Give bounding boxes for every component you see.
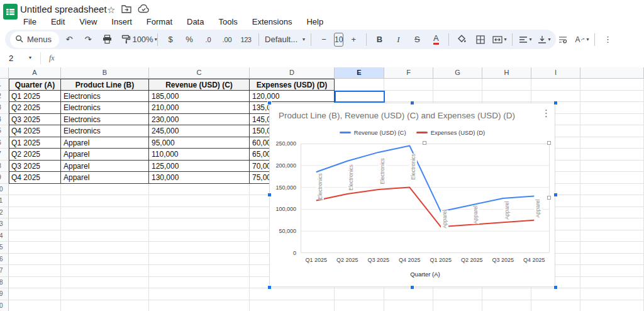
row-header-11[interactable]: 11	[0, 195, 9, 207]
chart-resize-handle[interactable]	[267, 193, 272, 197]
cell-C14[interactable]	[149, 230, 250, 242]
chart-resize-handle[interactable]	[410, 101, 414, 105]
menu-item-data[interactable]: Data	[182, 16, 208, 28]
cell-B14[interactable]	[61, 230, 149, 242]
row-header-20[interactable]: 20	[0, 300, 9, 311]
cell-A1[interactable]: Quarter (A)	[9, 79, 61, 91]
column-header-G[interactable]: G	[433, 67, 482, 79]
cell-D1[interactable]: Expenses (USD) (D)	[250, 79, 335, 91]
cell-A13[interactable]	[9, 218, 61, 230]
cell-D2[interactable]: 120,000	[250, 91, 335, 103]
column-header-C[interactable]: C	[149, 67, 250, 79]
menu-item-format[interactable]: Format	[142, 16, 177, 28]
cell-B3[interactable]: Electronics	[61, 102, 149, 114]
percent-format-button[interactable]: %	[180, 32, 198, 47]
row-header-10[interactable]: 10	[0, 184, 9, 196]
legend-item-0[interactable]: Revenue (USD) (C)	[340, 129, 406, 136]
move-folder-icon[interactable]	[121, 4, 131, 16]
cell-x2[interactable]	[580, 91, 644, 103]
cell-A9[interactable]: Q4 2025	[9, 172, 61, 184]
menus-search-button[interactable]: Menus	[10, 31, 59, 48]
cell-C3[interactable]: 210,000	[149, 102, 250, 114]
chart-resize-handle[interactable]	[553, 193, 558, 197]
cell-x20[interactable]	[580, 300, 644, 311]
cell-H20[interactable]	[482, 300, 531, 311]
menu-item-file[interactable]: File	[19, 16, 41, 28]
cell-A3[interactable]: Q2 2025	[9, 102, 61, 114]
column-header-A[interactable]: A	[9, 67, 61, 79]
cell-E19[interactable]	[335, 288, 384, 300]
cell-C2[interactable]: 185,000	[149, 91, 250, 103]
borders-button[interactable]	[472, 32, 489, 47]
cell-B1[interactable]: Product Line (B)	[61, 79, 149, 91]
cell-x5[interactable]	[580, 125, 644, 137]
menu-item-help[interactable]: Help	[302, 16, 328, 28]
row-header-3[interactable]: 3	[0, 102, 9, 114]
cell-E1[interactable]	[335, 79, 384, 91]
cell-C18[interactable]	[149, 277, 250, 289]
cell-C6[interactable]: 95,000	[149, 137, 250, 149]
cell-B19[interactable]	[61, 288, 149, 300]
cell-x7[interactable]	[580, 149, 644, 161]
cell-B12[interactable]	[61, 207, 149, 219]
merge-cells-button[interactable]: ▾	[491, 32, 508, 47]
cell-x14[interactable]	[580, 230, 644, 242]
cell-C19[interactable]	[149, 288, 250, 300]
cell-x6[interactable]	[580, 137, 644, 149]
cell-A8[interactable]: Q3 2025	[9, 161, 61, 172]
cell-x12[interactable]	[580, 207, 644, 219]
text-wrap-button[interactable]	[554, 32, 572, 47]
column-header-E[interactable]: E	[335, 67, 384, 79]
cell-B17[interactable]	[61, 265, 149, 277]
strikethrough-button[interactable]: S	[408, 32, 426, 47]
cell-H1[interactable]	[482, 79, 531, 91]
cell-A20[interactable]	[9, 300, 61, 311]
menu-item-view[interactable]: View	[75, 16, 101, 28]
cell-C1[interactable]: Revenue (USD) (C)	[149, 79, 250, 91]
increase-decimal-button[interactable]: .00	[218, 32, 236, 47]
cell-B18[interactable]	[61, 277, 149, 289]
cell-F20[interactable]	[384, 300, 433, 311]
decrease-font-size-button[interactable]: −	[315, 32, 333, 47]
sheets-logo-icon[interactable]	[3, 4, 18, 22]
name-box[interactable]: 2	[9, 54, 13, 63]
redo-button[interactable]: ↷	[79, 32, 97, 47]
cell-A18[interactable]	[9, 277, 61, 289]
chart-resize-handle[interactable]	[267, 101, 272, 105]
row-header-17[interactable]: 17	[0, 265, 9, 277]
embedded-chart[interactable]: Product Line (B), Revenue (USD) (C) and …	[269, 103, 555, 287]
column-header-H[interactable]: H	[482, 67, 531, 79]
cell-G19[interactable]	[433, 288, 482, 300]
row-header-16[interactable]: 16	[0, 254, 9, 266]
cell-B6[interactable]: Apparel	[61, 137, 149, 149]
more-formats-button[interactable]: 123	[237, 32, 255, 47]
plot-area-handle[interactable]	[547, 141, 551, 145]
bold-button[interactable]: B	[370, 32, 388, 47]
increase-font-size-button[interactable]: +	[345, 32, 362, 47]
cell-C17[interactable]	[149, 265, 250, 277]
cell-C16[interactable]	[149, 254, 250, 266]
chart-resize-handle[interactable]	[267, 285, 272, 290]
cell-B2[interactable]: Electronics	[61, 91, 149, 103]
row-header-13[interactable]: 13	[0, 218, 9, 230]
cell-x18[interactable]	[580, 277, 644, 289]
cell-C7[interactable]: 110,000	[149, 149, 250, 161]
cell-A6[interactable]: Q1 2025	[9, 137, 61, 149]
cell-A4[interactable]: Q3 2025	[9, 114, 61, 126]
cell-I20[interactable]	[531, 300, 580, 311]
cell-I1[interactable]	[531, 79, 580, 91]
cell-x10[interactable]	[580, 184, 644, 196]
cell-F2[interactable]	[384, 91, 433, 103]
cell-B8[interactable]: Apparel	[61, 161, 149, 172]
cell-H2[interactable]	[482, 91, 531, 103]
cell-A5[interactable]: Q4 2025	[9, 125, 61, 137]
cell-A15[interactable]	[9, 242, 61, 254]
cell-C13[interactable]	[149, 218, 250, 230]
cell-B7[interactable]: Apparel	[61, 149, 149, 161]
cell-C4[interactable]: 230,000	[149, 114, 250, 126]
cell-x17[interactable]	[580, 265, 644, 277]
cell-H19[interactable]	[482, 288, 531, 300]
cell-D20[interactable]	[250, 300, 335, 311]
name-box-caret-icon[interactable]: ▾	[29, 55, 31, 60]
cell-C12[interactable]	[149, 207, 250, 219]
